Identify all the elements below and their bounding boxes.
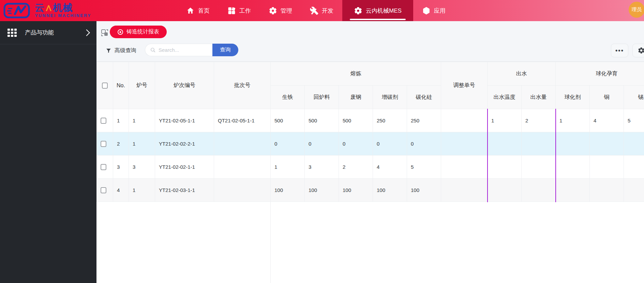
sidebar-item-products[interactable]: 产品与功能 [0, 21, 96, 44]
advanced-query-toggle[interactable]: 高级查询 [106, 47, 136, 54]
nav-item-apps[interactable]: 应用 [413, 0, 454, 21]
header-batch-no: 批次号 [214, 62, 271, 109]
cell-tap-amount [522, 179, 556, 202]
header-group-tapping: 出水 [488, 62, 556, 86]
group-divider-tapping [487, 109, 488, 202]
cell-no: 4 [113, 179, 129, 202]
cell-pig-iron: 1 [271, 155, 305, 179]
header-copper: 铜 [590, 86, 624, 109]
cell-furnace: 3 [129, 155, 155, 179]
cell-batch-no [214, 179, 271, 202]
cell-adjust-no [441, 109, 488, 132]
cell-tap-amount: 2 [522, 109, 556, 132]
table-settings-button[interactable] [632, 44, 644, 57]
nav-item-mes-active[interactable]: 云内机械MES [342, 0, 413, 21]
cell-spheroidizer [556, 132, 590, 155]
header-tapping-amount: 出水量 [522, 86, 556, 109]
search-bar: 查询 [145, 44, 238, 56]
user-avatar[interactable]: 理员 [629, 2, 644, 18]
search-icon [150, 47, 156, 53]
tab-casting-report[interactable]: 铸造统计报表 [110, 26, 167, 38]
cell-heat-no: YT21-02-03-1-1 [155, 179, 214, 202]
query-button[interactable]: 查询 [212, 44, 238, 56]
cell-batch-no [214, 132, 271, 155]
cell-spheroidizer [556, 179, 590, 202]
cell-tap-amount [522, 155, 556, 179]
cell-pig-iron: 500 [271, 109, 305, 132]
top-nav-bar: 云∧机械 YUNNEI MACHINERY 首页 工作 管理 开发 [0, 0, 644, 21]
logo-cn-text: 云∧机械 [35, 3, 91, 13]
cell-tin [624, 155, 644, 179]
cell-scrap: 0 [339, 132, 373, 155]
cell-tin [624, 179, 644, 202]
cell-carburizer: 0 [373, 132, 407, 155]
logo-mark-icon [3, 2, 30, 19]
cell-carburizer: 4 [373, 155, 407, 179]
cell-furnace: 1 [129, 179, 155, 202]
search-box [145, 44, 212, 56]
cell-carburizer: 100 [373, 179, 407, 202]
cell-spheroidizer [556, 155, 590, 179]
cell-heat-no: YT21-02-05-1-1 [155, 109, 214, 132]
row-checkbox[interactable] [101, 118, 106, 124]
header-silicon-carbide: 碳化硅 [407, 86, 441, 109]
cell-copper [590, 155, 624, 179]
cell-heat-no: YT21-02-02-2-1 [155, 132, 214, 155]
left-sidebar: 产品与功能 [0, 21, 96, 283]
header-spheroidizer: 球化剂 [556, 86, 590, 109]
header-heat-no: 炉次编号 [155, 62, 214, 109]
fixed-column-divider [270, 202, 271, 283]
header-carburizer: 增碳剂 [373, 86, 407, 109]
nav-item-home[interactable]: 首页 [177, 0, 219, 21]
cell-copper [590, 179, 624, 202]
app-window: 云∧机械 YUNNEI MACHINERY 首页 工作 管理 开发 [0, 0, 644, 283]
nav-item-dev[interactable]: 开发 [301, 0, 342, 21]
header-scrap-steel: 废钢 [339, 86, 373, 109]
cell-scrap: 100 [339, 179, 373, 202]
table-row[interactable]: 1 1 YT21-02-05-1-1 QT21-02-05-1-1 500 50… [97, 109, 644, 132]
cell-furnace: 1 [129, 109, 155, 132]
cell-tap-temp: 1 [488, 109, 522, 132]
ellipsis-icon: ••• [615, 47, 624, 54]
table-row[interactable]: 3 3 YT21-02-02-1-1 1 3 2 4 5 [97, 155, 644, 179]
row-checkbox[interactable] [101, 141, 106, 147]
search-input[interactable] [159, 47, 206, 53]
home-icon [186, 6, 195, 15]
cell-tin [624, 132, 644, 155]
select-all-checkbox[interactable] [102, 83, 108, 89]
cell-sic: 5 [407, 155, 441, 179]
logo-en-text: YUNNEI MACHINERY [35, 14, 91, 18]
cell-scrap: 500 [339, 109, 373, 132]
apps-grid-icon [8, 29, 17, 37]
gear-icon [354, 6, 362, 15]
cell-copper: 4 [590, 109, 624, 132]
cell-pig-iron: 0 [271, 132, 305, 155]
cube-icon [422, 6, 431, 15]
header-pig-iron: 生铁 [271, 86, 305, 109]
switch-layout-icon[interactable] [101, 29, 109, 37]
row-checkbox[interactable] [101, 187, 106, 193]
cell-tap-amount [522, 132, 556, 155]
cell-returned: 100 [305, 179, 339, 202]
cell-returned: 3 [305, 155, 339, 179]
cell-batch-no [214, 155, 271, 179]
main-menu: 首页 工作 管理 开发 云内机械MES 应用 [177, 0, 454, 21]
nav-item-manage[interactable]: 管理 [260, 0, 301, 21]
header-adjust-no: 调整单号 [441, 62, 488, 109]
cell-adjust-no [441, 179, 488, 202]
main-content: 铸造统计报表 高级查询 查询 ••• [96, 21, 644, 283]
company-logo: 云∧机械 YUNNEI MACHINERY [3, 2, 91, 19]
more-options-button[interactable]: ••• [611, 44, 628, 57]
report-table: No. 炉号 炉次编号 批次号 熔炼 调整单号 出水 球化孕育 生铁 回炉料 废… [96, 62, 644, 202]
nav-item-work[interactable]: 工作 [219, 0, 260, 21]
cell-tin: 5 [624, 109, 644, 132]
row-checkbox[interactable] [101, 164, 106, 170]
sidebar-item-label: 产品与功能 [25, 29, 76, 36]
cell-returned: 500 [305, 109, 339, 132]
target-icon [117, 29, 123, 35]
table-row[interactable]: 4 1 YT21-02-03-1-1 100 100 100 100 100 [97, 179, 644, 202]
header-returned-material: 回炉料 [305, 86, 339, 109]
table-row-selected[interactable]: 2 1 YT21-02-02-2-1 0 0 0 0 0 [97, 132, 644, 155]
select-all-header [97, 62, 113, 109]
cell-returned: 0 [305, 132, 339, 155]
